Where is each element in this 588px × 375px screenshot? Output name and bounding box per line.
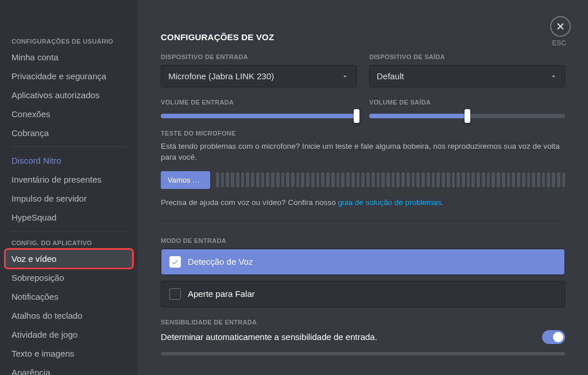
mic-test-row: Vamos verif... (161, 171, 565, 189)
slider-thumb[interactable] (465, 109, 470, 123)
sidebar-item-game-activity[interactable]: Atividade de jogo (6, 326, 132, 343)
output-volume-label: VOLUME DE SAÍDA (369, 99, 565, 106)
slider-fill (161, 114, 357, 118)
output-device-select[interactable]: Default (369, 65, 565, 87)
slider-fill (369, 114, 467, 118)
settings-sidebar: CONFIGURAÇÕES DE USUÁRIO Minha conta Pri… (0, 0, 138, 375)
mic-level-meter (216, 172, 565, 187)
sidebar-divider (11, 231, 126, 231)
input-device-select[interactable]: Microfone (Jabra LINK 230) (161, 65, 357, 87)
input-device-label: DISPOSITIVO DE ENTRADA (161, 53, 357, 60)
checkbox-icon (169, 288, 181, 300)
sidebar-item-account[interactable]: Minha conta (6, 48, 132, 66)
volume-row: VOLUME DE ENTRADA VOLUME DE SAÍDA (161, 99, 565, 118)
sidebar-item-hypesquad[interactable]: HypeSquad (6, 208, 132, 226)
close-icon (556, 22, 565, 31)
auto-sensitivity-toggle[interactable] (542, 330, 565, 344)
sidebar-item-server-boost[interactable]: Impulso de servidor (6, 190, 132, 207)
page-title: CONFIGURAÇÕES DE VOZ (161, 32, 565, 42)
chevron-down-icon (550, 72, 558, 80)
help-prefix: Precisa de ajuda com voz ou vídeo? Confi… (161, 198, 338, 207)
toggle-knob (553, 332, 563, 342)
close-button[interactable] (550, 16, 571, 37)
auto-sensitivity-row: Determinar automaticamente a sensibilida… (161, 330, 565, 344)
sidebar-item-keybinds[interactable]: Atalhos do teclado (6, 307, 132, 324)
sidebar-item-gift-inventory[interactable]: Inventário de presentes (6, 171, 132, 188)
auto-sensitivity-label: Determinar automaticamente a sensibilida… (161, 332, 377, 342)
radio-label: Detecção de Voz (188, 257, 253, 266)
slider-thumb[interactable] (354, 109, 359, 123)
sensitivity-meter (161, 352, 565, 355)
sensitivity-label: SENSIBILIDADE DE ENTRADA (161, 319, 565, 326)
checkbox-icon (169, 256, 181, 268)
troubleshoot-link[interactable]: guia de solução de problemas (338, 198, 441, 207)
sidebar-item-text-images[interactable]: Texto e imagens (6, 345, 132, 362)
output-device-value: Default (377, 71, 404, 81)
sidebar-item-billing[interactable]: Cobrança (6, 124, 132, 142)
help-suffix: . (442, 198, 444, 207)
device-row: DISPOSITIVO DE ENTRADA Microfone (Jabra … (161, 53, 565, 87)
sidebar-item-privacy[interactable]: Privacidade e segurança (6, 67, 132, 85)
sidebar-item-connections[interactable]: Conexões (6, 105, 132, 123)
sidebar-header-app: CONFIG. DO APLICATIVO (6, 236, 132, 250)
sidebar-item-nitro[interactable]: Discord Nitro (6, 152, 132, 169)
settings-main: ESC CONFIGURAÇÕES DE VOZ DISPOSITIVO DE … (138, 0, 588, 375)
sidebar-divider (11, 146, 126, 147)
sidebar-item-appearance[interactable]: Aparência (6, 364, 132, 375)
sidebar-item-notifications[interactable]: Notificações (6, 288, 132, 306)
radio-label: Aperte para Falar (188, 289, 255, 299)
input-device-value: Microfone (Jabra LINK 230) (168, 71, 274, 81)
input-mode-push-to-talk[interactable]: Aperte para Falar (161, 281, 565, 307)
input-mode-label: MODO DE ENTRADA (161, 237, 565, 244)
check-icon (171, 258, 179, 266)
sidebar-item-authorized-apps[interactable]: Aplicativos autorizados (6, 86, 132, 104)
mic-test-description: Está tendo problemas com o microfone? In… (161, 141, 565, 163)
sidebar-item-overlay[interactable]: Sobreposição (6, 269, 132, 287)
mic-test-label: TESTE DO MICROFONE (161, 130, 565, 137)
chevron-down-icon (341, 72, 349, 80)
mic-test-button[interactable]: Vamos verif... (161, 171, 210, 189)
input-mode-voice-activity[interactable]: Detecção de Voz (161, 249, 565, 275)
output-device-label: DISPOSITIVO DE SAÍDA (369, 53, 565, 60)
sidebar-item-voice-video[interactable]: Voz e vídeo (6, 250, 132, 268)
esc-label: ESC (552, 39, 566, 47)
help-text: Precisa de ajuda com voz ou vídeo? Confi… (161, 198, 565, 207)
input-volume-label: VOLUME DE ENTRADA (161, 99, 357, 106)
section-divider (161, 223, 565, 223)
output-volume-slider[interactable] (369, 114, 565, 118)
input-volume-slider[interactable] (161, 114, 357, 118)
sidebar-header-user: CONFIGURAÇÕES DE USUÁRIO (6, 34, 132, 48)
